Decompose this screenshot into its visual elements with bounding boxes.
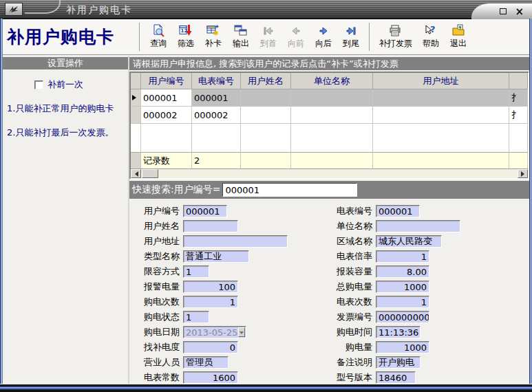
field-label: 电表次数	[312, 296, 376, 308]
replace-card-button[interactable]: 补卡	[200, 19, 227, 54]
close-button[interactable]: ×	[515, 8, 524, 15]
go-next-icon	[317, 25, 330, 37]
cell-meter-id[interactable]: 000001	[192, 89, 241, 107]
go-previous-button-label: 向前	[288, 38, 304, 50]
scrollbar-thumb[interactable]	[142, 169, 158, 178]
purchase-time-field[interactable]: 11:13:36	[376, 326, 421, 338]
cell-clipped: 扌	[509, 107, 528, 124]
redo-previous-checkbox-row[interactable]: 补前一次	[34, 78, 128, 91]
quick-search-input[interactable]	[222, 183, 357, 197]
title-bar: 补用户购电卡 ×	[0, 0, 532, 19]
company-name-field[interactable]	[376, 220, 460, 232]
go-previous-button: 向前	[282, 19, 310, 54]
query-button[interactable]: 查询	[145, 19, 172, 54]
help-button[interactable]: ? 帮助	[417, 19, 445, 54]
main-panel: 请根据用户申报信息, 搜索到该用户的记录后点击“补卡”或补打发票 用户编号 电表…	[129, 56, 529, 384]
maximize-button[interactable]	[500, 8, 507, 14]
sidebar: 设置操作 补前一次 1.只能补正常用户的购电卡 2.只能补打最后一次发票。	[3, 56, 129, 384]
alarm-energy-field[interactable]: 100	[183, 281, 238, 293]
quick-search-label: 快速搜索:用户编号=	[132, 184, 220, 196]
meter-id-field[interactable]: 000001	[376, 205, 420, 217]
meter-ratio-field[interactable]: 1	[376, 250, 429, 263]
field-label: 类型名称	[138, 250, 183, 263]
limit-mode-field[interactable]: 1	[183, 265, 209, 278]
scroll-right-button[interactable]	[518, 169, 528, 178]
record-count-label: 记录数	[141, 152, 192, 168]
dropdown-button[interactable]	[238, 327, 245, 337]
cell-user-id[interactable]: 000001	[141, 89, 192, 107]
field-label: 电表倍率	[312, 250, 376, 263]
cell-company[interactable]	[291, 89, 373, 107]
card-new-icon	[206, 24, 220, 37]
column-header-meter-id[interactable]: 电表编号	[192, 73, 241, 89]
cell-user-name[interactable]	[241, 89, 291, 107]
go-last-button[interactable]: 到尾	[337, 19, 365, 54]
type-name-field[interactable]: 普通工业	[183, 250, 249, 263]
cell-clipped: 扌	[509, 89, 528, 107]
meter-times-field[interactable]: 1	[376, 296, 429, 308]
region-name-field[interactable]: 城东人民路变	[376, 235, 442, 248]
form-left-column: 用户编号000001 用户姓名 用户地址 类型名称普通工业 限容方式1 报警电量…	[138, 204, 288, 385]
user-id-field[interactable]: 000001	[183, 205, 227, 217]
scrollbar-track[interactable]	[158, 169, 518, 178]
row-indicator	[131, 89, 141, 107]
column-header-user-id[interactable]: 用户编号	[141, 73, 192, 89]
horizontal-scrollbar[interactable]	[131, 168, 528, 178]
window-border-right	[529, 19, 532, 392]
table-header-row: 用户编号 电表编号 用户姓名 单位名称 用户地址	[131, 73, 528, 89]
remark-field[interactable]: 开户购电	[376, 356, 421, 369]
filter-button[interactable]: 12 筛选	[172, 19, 200, 54]
purchase-times-field[interactable]: 1	[183, 296, 238, 308]
installed-capacity-field[interactable]: 8.00	[376, 265, 429, 278]
model-version-field[interactable]: 18460	[376, 371, 416, 384]
form-right-column: 电表编号000001 单位名称 区域名称城东人民路变 电表倍率1 报装容量8.0…	[312, 204, 460, 385]
cell-address[interactable]	[373, 89, 509, 107]
cell-address[interactable]	[373, 107, 509, 124]
cell-company[interactable]	[291, 107, 373, 124]
total-energy-field[interactable]: 1000	[376, 281, 429, 293]
column-header-address[interactable]: 用户地址	[373, 73, 509, 89]
column-header-user-name[interactable]: 用户姓名	[241, 73, 291, 89]
user-name-field[interactable]	[183, 220, 238, 232]
table-row[interactable]: 000002 000002 扌	[131, 107, 528, 124]
go-first-icon	[262, 25, 275, 37]
field-label: 用户地址	[138, 235, 183, 248]
purchase-energy-field[interactable]: 1000	[376, 341, 429, 353]
field-label: 用户编号	[138, 205, 183, 217]
cell-user-id[interactable]: 000002	[141, 107, 192, 124]
column-header-company[interactable]: 单位名称	[291, 73, 373, 89]
svg-text:12: 12	[181, 28, 188, 34]
print-invoice-icon	[389, 24, 403, 37]
cell-user-name[interactable]	[241, 107, 291, 124]
meter-constant-field[interactable]: 1600	[183, 371, 238, 384]
exit-button[interactable]: 退出	[445, 19, 472, 54]
go-next-button[interactable]: 向后	[310, 19, 337, 54]
page-title: 补用户购电卡	[7, 19, 135, 54]
purchase-status-field[interactable]: 1	[183, 311, 209, 323]
go-last-icon	[345, 25, 357, 37]
app-window: 补用户购电卡 × 补用户购电卡 查询 12 筛选	[0, 0, 532, 392]
operator-field[interactable]: 管理员	[183, 356, 228, 369]
toolbar: 补用户购电卡 查询 12 筛选 补卡	[0, 19, 532, 55]
user-address-field[interactable]	[183, 235, 288, 248]
reprint-invoice-button[interactable]: 补打发票	[374, 19, 417, 54]
table-row[interactable]: 000001 000001 扌	[131, 89, 528, 107]
table-empty-area	[131, 124, 528, 152]
replace-card-button-label: 补卡	[205, 38, 222, 50]
field-label: 购电日期	[138, 326, 183, 338]
go-previous-icon	[290, 25, 302, 37]
field-label: 区域名称	[312, 235, 376, 248]
go-last-button-label: 到尾	[343, 38, 359, 50]
row-indicator	[131, 107, 141, 124]
adjust-energy-field[interactable]: 0	[183, 341, 238, 353]
cell-meter-id[interactable]: 000002	[192, 107, 241, 124]
field-label: 发票编号	[312, 311, 376, 323]
purchase-date-combo[interactable]: 2013-05-25	[183, 326, 246, 338]
invoice-number-field[interactable]: 0000000001	[376, 311, 429, 323]
scroll-left-button[interactable]	[131, 169, 141, 178]
checkbox-icon[interactable]	[34, 80, 43, 89]
exit-button-label: 退出	[450, 38, 467, 50]
field-label: 备注说明	[312, 356, 376, 369]
field-label: 购电状态	[138, 311, 183, 323]
output-button[interactable]: 输出	[227, 19, 255, 54]
